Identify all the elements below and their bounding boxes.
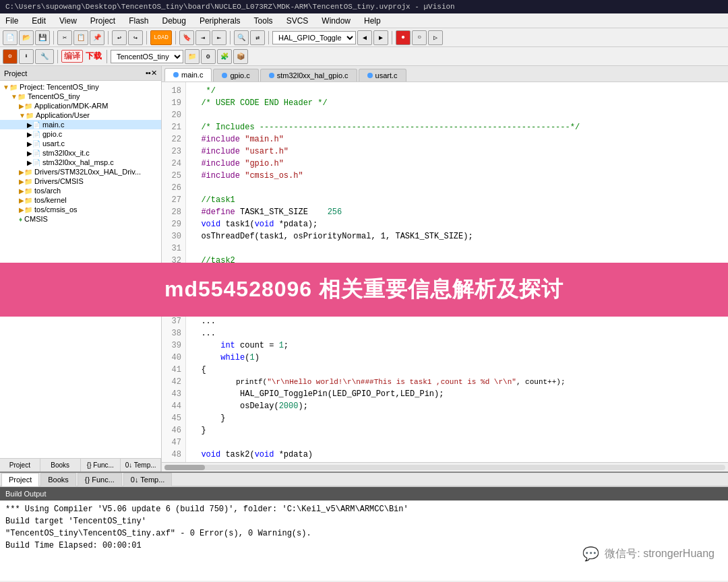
menu-tools[interactable]: Tools (251, 15, 276, 27)
find-btn[interactable]: 🔍 (234, 30, 249, 45)
load-btn[interactable]: LOAD (150, 30, 172, 45)
tree-main-c[interactable]: ▶📄 main.c (0, 120, 161, 129)
tab-label: stm32l0xx_hal_gpio.c (277, 71, 348, 79)
paste-btn[interactable]: 📌 (90, 30, 104, 45)
tab-label: gpio.c (230, 71, 249, 79)
build-output-content: *** Using Compiler 'V5.06 update 6 (buil… (0, 500, 728, 581)
build-line-1: *** Using Compiler 'V5.06 update 6 (buil… (5, 503, 723, 515)
tree-tencentos[interactable]: ▼📁 TencentOS_tiny (0, 92, 161, 101)
menu-flash[interactable]: Flash (126, 15, 151, 27)
tree-it-c[interactable]: ▶📄 stm32l0xx_it.c (0, 148, 161, 158)
bookmark-btn[interactable]: 🔖 (179, 30, 194, 45)
code-line-25: #include "cmsis_os.h" (191, 170, 723, 182)
next-location-btn[interactable]: ▶ (373, 30, 388, 45)
tree-item-label: gpio.c (42, 130, 62, 138)
tree-item-label: tos/cmsis_os (34, 205, 78, 214)
outdent-btn[interactable]: ⇤ (212, 30, 226, 45)
menu-file[interactable]: File (3, 15, 21, 27)
components-btn[interactable]: 🧩 (217, 49, 232, 64)
step-btn[interactable]: ▷ (428, 30, 443, 45)
folder-icon: ▶📁 (19, 187, 32, 195)
prev-location-btn[interactable]: ◀ (357, 30, 372, 45)
pack-btn[interactable]: 📦 (233, 49, 248, 64)
replace-btn[interactable]: ⇄ (250, 30, 265, 45)
menu-debug[interactable]: Debug (160, 15, 189, 27)
tab-hal-gpio-c[interactable]: stm32l0xx_hal_gpio.c (260, 69, 357, 82)
tree-msp-c[interactable]: ▶📄 stm32l0xx_hal_msp.c (0, 158, 161, 167)
stop-btn[interactable]: ○ (412, 30, 427, 45)
project-options-btn[interactable]: 🔧 (35, 49, 54, 64)
horizontal-scrollbar[interactable] (162, 462, 728, 472)
tab-bar: main.c gpio.c stm32l0xx_hal_gpio.c usart… (162, 66, 728, 82)
sep5 (230, 31, 231, 44)
undo-btn[interactable]: ↩ (112, 30, 127, 45)
tree-drivers-cmsis[interactable]: ▶📁 Drivers/CMSIS (0, 176, 161, 186)
tree-item-label: stm32l0xx_it.c (42, 149, 90, 157)
menu-peripherals[interactable]: Peripherals (197, 15, 243, 27)
code-line-28: #define TASK1_STK_SIZE 256 (191, 206, 723, 218)
hal-toggle-select[interactable]: HAL_GPIO_Toggle (272, 31, 356, 44)
nav-project[interactable]: Project (0, 459, 40, 472)
menu-svcs[interactable]: SVCS (284, 15, 311, 27)
tree-tos-kernel[interactable]: ▶📁 tos/kernel (0, 195, 161, 205)
download-btn[interactable]: ⬇ (19, 49, 34, 64)
target-select[interactable]: TencentOS_tiny (111, 50, 183, 63)
build-line-2: Build target 'TencentOS_tiny' (5, 515, 723, 527)
bottom-tab-label: 0↓ Temp... (131, 476, 165, 484)
scroll-track[interactable] (164, 465, 725, 470)
tab-main-c[interactable]: main.c (164, 68, 212, 82)
tree-tos-cmsis[interactable]: ▶📁 tos/cmsis_os (0, 205, 161, 214)
manage-btn[interactable]: 📁 (185, 49, 200, 64)
scroll-thumb[interactable] (164, 465, 205, 470)
file-icon: ▶📄 (27, 131, 40, 138)
menu-help[interactable]: Help (361, 15, 384, 27)
code-line-21: /* Includes ----------------------------… (191, 121, 723, 133)
menu-view[interactable]: View (57, 15, 80, 27)
folder-icon: ▶📁 (19, 178, 32, 185)
copy-btn[interactable]: 📋 (73, 30, 88, 45)
run-debug-btn[interactable]: ● (396, 30, 411, 45)
tree-tos-arch[interactable]: ▶📁 tos/arch (0, 186, 161, 195)
code-line-31 (191, 243, 723, 255)
nav-temp[interactable]: 0↓ Temp... (121, 459, 161, 472)
sep6 (268, 31, 269, 44)
folder-icon: ▶📁 (19, 197, 32, 204)
file-icon: ▶📄 (27, 121, 40, 129)
tree-item-label: stm32l0xx_hal_msp.c (42, 158, 114, 166)
new-file-btn[interactable]: 📄 (3, 30, 18, 45)
nav-books[interactable]: Books (40, 459, 81, 472)
build-btn[interactable]: ⚙ (3, 49, 18, 64)
code-line-39: int count = 1; (191, 340, 723, 352)
menu-project[interactable]: Project (88, 15, 118, 27)
menu-bar: File Edit View Project Flash Debug Perip… (0, 13, 728, 28)
project-bottom-nav: Project Books {} Func... 0↓ Temp... (0, 458, 161, 472)
title-text: C:\Users\supowang\Desktop\TencentOS_tiny… (5, 3, 455, 11)
redo-btn[interactable]: ↪ (128, 30, 143, 45)
tab-gpio-c[interactable]: gpio.c (213, 69, 258, 82)
tree-drivers-hal[interactable]: ▶📁 Drivers/STM32L0xx_HAL_Driv... (0, 167, 161, 176)
options-btn[interactable]: ⚙ (201, 49, 216, 64)
tab-usart-c[interactable]: usart.c (359, 69, 406, 82)
bottom-panel-tabs: Project Books {} Func... 0↓ Temp... (0, 472, 728, 486)
file-icon: ▶📄 (27, 140, 40, 148)
save-btn[interactable]: 💾 (35, 30, 50, 45)
nav-func[interactable]: {} Func... (81, 459, 121, 472)
bottom-tab-books[interactable]: Books (40, 473, 76, 486)
bottom-tab-temp[interactable]: 0↓ Temp... (123, 473, 173, 486)
tree-usart-c[interactable]: ▶📄 usart.c (0, 139, 161, 148)
tab-dot (222, 73, 227, 78)
tree-app-user[interactable]: ▼📁 Application/User (0, 110, 161, 120)
menu-edit[interactable]: Edit (29, 15, 49, 27)
tree-app-mdk[interactable]: ▶📁 Application/MDK-ARM (0, 101, 161, 110)
tree-project-root[interactable]: ▼📁 Project: TencentOS_tiny (0, 82, 161, 92)
cut-btn[interactable]: ✂ (57, 30, 72, 45)
folder-icon: ▶📁 (19, 102, 32, 110)
open-file-btn[interactable]: 📂 (19, 30, 34, 45)
bottom-tab-func[interactable]: {} Func... (78, 473, 122, 486)
indent-btn[interactable]: ⇥ (195, 30, 210, 45)
tree-gpio-c[interactable]: ▶📄 gpio.c (0, 129, 161, 139)
menu-window[interactable]: Window (319, 15, 353, 27)
project-panel-header: Project ▪▪✕ (0, 66, 161, 81)
bottom-tab-project[interactable]: Project (1, 473, 39, 486)
tree-cmsis[interactable]: ♦ CMSIS (0, 214, 161, 224)
